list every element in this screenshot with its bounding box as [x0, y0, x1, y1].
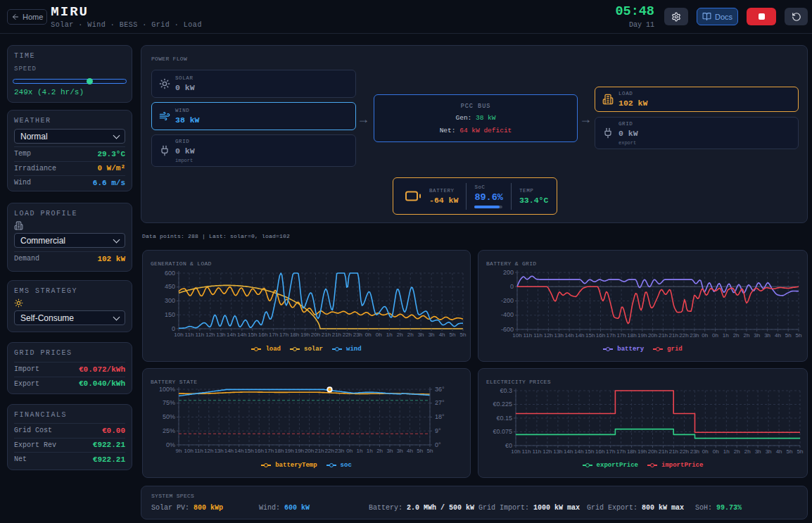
svg-text:12h: 12h	[544, 332, 553, 339]
svg-text:9°: 9°	[435, 427, 441, 434]
svg-text:18h: 18h	[274, 448, 284, 454]
svg-text:€0.075: €0.075	[493, 428, 512, 435]
svg-text:15h: 15h	[585, 332, 595, 339]
svg-text:18h: 18h	[627, 332, 636, 339]
svg-text:0h: 0h	[712, 332, 718, 339]
svg-text:150: 150	[165, 311, 175, 318]
svg-text:15h: 15h	[244, 448, 253, 454]
svg-text:2h: 2h	[743, 332, 749, 339]
svg-text:11h: 11h	[185, 332, 194, 338]
svg-text:19h: 19h	[637, 448, 647, 455]
svg-text:21h: 21h	[332, 332, 341, 338]
svg-text:22h: 22h	[680, 448, 689, 455]
svg-text:14h: 14h	[234, 448, 243, 454]
svg-text:14h: 14h	[564, 448, 573, 455]
svg-text:22h: 22h	[679, 332, 688, 339]
svg-text:3h: 3h	[754, 332, 760, 339]
svg-text:0h: 0h	[376, 332, 382, 338]
svg-text:11h: 11h	[194, 448, 203, 454]
svg-text:3h: 3h	[764, 332, 770, 339]
svg-text:20h: 20h	[648, 448, 657, 455]
svg-text:12h: 12h	[205, 332, 215, 338]
svg-text:21h: 21h	[669, 332, 678, 339]
svg-text:17h: 17h	[279, 332, 288, 338]
svg-text:17h: 17h	[606, 448, 615, 455]
svg-text:14h: 14h	[575, 332, 584, 339]
svg-text:36°: 36°	[435, 386, 445, 393]
svg-text:5h: 5h	[427, 448, 433, 454]
svg-text:0h: 0h	[702, 448, 709, 455]
svg-text:5h: 5h	[460, 332, 467, 338]
svg-text:0%: 0%	[166, 441, 175, 448]
svg-text:€0.15: €0.15	[496, 415, 512, 422]
svg-text:€0.225: €0.225	[493, 401, 512, 408]
svg-text:€0.3: €0.3	[500, 387, 512, 394]
svg-text:21h: 21h	[315, 448, 324, 454]
svg-text:2h: 2h	[397, 332, 403, 338]
svg-text:3h: 3h	[755, 448, 761, 455]
svg-text:5h: 5h	[450, 332, 456, 338]
svg-text:13h: 13h	[554, 332, 564, 339]
svg-text:21h: 21h	[669, 448, 678, 455]
svg-text:2h: 2h	[744, 448, 751, 455]
svg-text:13h: 13h	[216, 332, 225, 338]
svg-text:23h: 23h	[353, 332, 362, 338]
svg-text:2h: 2h	[376, 448, 383, 454]
svg-text:1h: 1h	[357, 448, 363, 454]
svg-text:11h: 11h	[523, 332, 532, 339]
svg-text:17h: 17h	[607, 332, 616, 339]
svg-text:22h: 22h	[325, 448, 334, 454]
svg-text:2h: 2h	[734, 448, 740, 455]
svg-text:5h: 5h	[797, 448, 804, 455]
svg-text:5h: 5h	[796, 332, 802, 339]
svg-text:450: 450	[165, 283, 175, 290]
svg-text:17h: 17h	[616, 448, 626, 455]
svg-text:19h: 19h	[637, 332, 647, 339]
svg-text:-400: -400	[501, 311, 514, 318]
svg-text:23h: 23h	[690, 332, 699, 339]
svg-text:1h: 1h	[723, 332, 729, 339]
svg-text:2h: 2h	[733, 332, 740, 339]
svg-text:0: 0	[510, 283, 514, 290]
svg-text:14h: 14h	[574, 448, 583, 455]
svg-text:-600: -600	[501, 326, 514, 333]
svg-text:3h: 3h	[386, 448, 393, 454]
svg-text:0h: 0h	[346, 448, 353, 454]
svg-text:14h: 14h	[237, 332, 246, 338]
svg-text:18h: 18h	[290, 332, 299, 338]
svg-text:12h: 12h	[543, 448, 552, 455]
svg-text:12h: 12h	[204, 448, 213, 454]
svg-text:17h: 17h	[265, 448, 274, 454]
svg-text:75%: 75%	[163, 399, 175, 406]
svg-text:3h: 3h	[397, 448, 403, 454]
svg-text:2h: 2h	[407, 332, 414, 338]
svg-text:25%: 25%	[163, 427, 175, 434]
svg-text:15h: 15h	[248, 332, 257, 338]
svg-text:19h: 19h	[284, 448, 293, 454]
svg-text:11h: 11h	[196, 332, 205, 338]
svg-text:300: 300	[165, 297, 175, 304]
svg-text:0h: 0h	[713, 448, 719, 455]
svg-text:14h: 14h	[564, 332, 573, 339]
svg-text:4h: 4h	[776, 448, 782, 455]
svg-text:10h: 10h	[512, 332, 521, 339]
svg-text:13h: 13h	[214, 448, 223, 454]
svg-text:27°: 27°	[435, 399, 445, 406]
svg-text:20h: 20h	[305, 448, 314, 454]
svg-text:10h: 10h	[511, 448, 520, 455]
svg-text:19h: 19h	[300, 332, 310, 338]
svg-text:14h: 14h	[227, 332, 236, 338]
svg-text:16h: 16h	[258, 332, 267, 338]
svg-text:20h: 20h	[311, 332, 320, 338]
svg-text:11h: 11h	[533, 332, 543, 339]
svg-text:10h: 10h	[174, 332, 183, 338]
svg-text:1h: 1h	[367, 448, 373, 454]
svg-text:17h: 17h	[616, 332, 626, 339]
svg-text:22h: 22h	[343, 332, 352, 338]
svg-text:0°: 0°	[435, 441, 441, 448]
svg-text:11h: 11h	[522, 448, 531, 455]
svg-text:15h: 15h	[585, 448, 594, 455]
svg-text:16h: 16h	[596, 332, 605, 339]
svg-text:3h: 3h	[766, 448, 772, 455]
svg-text:11h: 11h	[533, 448, 542, 455]
